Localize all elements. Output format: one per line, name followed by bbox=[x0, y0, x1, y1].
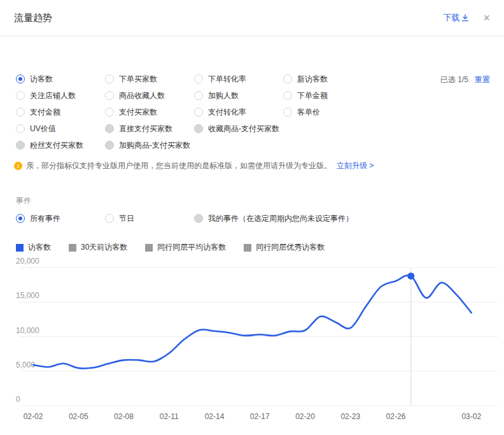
metric-option-支付金额[interactable]: 支付金额 bbox=[16, 107, 105, 118]
radio-label: 新访客数 bbox=[297, 74, 328, 85]
metric-option-UV价值[interactable]: UV价值 bbox=[16, 124, 105, 134]
radio-icon bbox=[194, 124, 203, 133]
radio-icon bbox=[105, 75, 114, 83]
metrics-radio-group: 访客数下单买家数下单转化率新访客数关注店铺人数商品收藏人数加购人数下单金额支付金… bbox=[16, 71, 328, 153]
metric-option-直接支付买家数: 直接支付买家数 bbox=[105, 124, 194, 134]
x-axis-tick-label: 02-23 bbox=[340, 412, 360, 421]
radio-icon bbox=[105, 124, 114, 133]
metric-option-粉丝支付买家数: 粉丝支付买家数 bbox=[16, 140, 105, 151]
legend-label: 访客数 bbox=[28, 242, 51, 253]
radio-icon bbox=[16, 141, 25, 150]
x-axis-tick-label: 03-02 bbox=[461, 412, 481, 421]
metrics-row: 支付金额支付买家数支付转化率客单价 bbox=[16, 104, 328, 120]
metric-option-加购人数[interactable]: 加购人数 bbox=[194, 90, 283, 101]
close-icon[interactable]: × bbox=[483, 12, 490, 24]
metric-option-下单转化率[interactable]: 下单转化率 bbox=[194, 74, 283, 85]
radio-label: 下单转化率 bbox=[208, 74, 246, 85]
radio-label: 加购人数 bbox=[208, 90, 239, 101]
radio-label: 支付买家数 bbox=[119, 107, 157, 118]
download-icon bbox=[461, 14, 469, 22]
chart-canvas: 05,00010,00015,00020,00002-0202-0502-080… bbox=[0, 255, 504, 435]
selected-count-text: 已选 1/5 bbox=[440, 75, 468, 85]
metrics-row: 粉丝支付买家数加购商品-支付买家数 bbox=[16, 137, 328, 153]
x-axis-tick-label: 02-26 bbox=[386, 412, 406, 421]
legend-item-访客数[interactable]: 访客数 bbox=[16, 242, 51, 253]
radio-icon bbox=[16, 214, 25, 223]
x-axis-tick-label: 02-08 bbox=[114, 412, 134, 421]
radio-label: 加购商品-支付买家数 bbox=[119, 140, 190, 151]
radio-icon bbox=[283, 75, 292, 83]
legend-label: 30天前访客数 bbox=[81, 242, 127, 253]
radio-icon bbox=[16, 91, 25, 100]
radio-label: 节日 bbox=[119, 213, 134, 224]
traffic-trend-modal: 流量趋势 下载 × 访客数下单买家数下单转化率新访客数关注店铺人数商品收藏人数加… bbox=[0, 0, 504, 435]
event-option-我的事件（在选定周期内您尚未设定事件）: 我的事件（在选定周期内您尚未设定事件） bbox=[194, 213, 353, 224]
legend-swatch-icon bbox=[244, 244, 251, 252]
metric-option-关注店铺人数[interactable]: 关注店铺人数 bbox=[16, 90, 105, 101]
metric-option-商品收藏人数[interactable]: 商品收藏人数 bbox=[105, 90, 194, 101]
legend-item-同行同层平均访客数[interactable]: 同行同层平均访客数 bbox=[145, 242, 226, 253]
download-button[interactable]: 下载 bbox=[443, 12, 469, 24]
radio-icon bbox=[194, 75, 203, 83]
metric-option-访客数[interactable]: 访客数 bbox=[16, 74, 105, 85]
radio-icon bbox=[105, 141, 114, 150]
x-axis-tick-label: 02-02 bbox=[24, 412, 43, 421]
legend-swatch-icon bbox=[145, 244, 153, 252]
legend-swatch-icon bbox=[69, 244, 76, 252]
x-axis-tick-label: 02-11 bbox=[160, 412, 179, 421]
metric-option-下单金额[interactable]: 下单金额 bbox=[283, 90, 328, 101]
radio-label: UV价值 bbox=[30, 124, 56, 134]
modal-header: 流量趋势 下载 × bbox=[0, 0, 504, 36]
radio-icon bbox=[194, 214, 203, 223]
metric-option-支付转化率[interactable]: 支付转化率 bbox=[194, 107, 283, 118]
radio-label: 支付金额 bbox=[30, 107, 60, 118]
radio-label: 我的事件（在选定周期内您尚未设定事件） bbox=[208, 213, 353, 224]
radio-label: 关注店铺人数 bbox=[30, 90, 76, 101]
visitors-line-series bbox=[33, 275, 472, 368]
event-option-所有事件[interactable]: 所有事件 bbox=[16, 213, 105, 224]
metric-option-支付买家数[interactable]: 支付买家数 bbox=[105, 107, 194, 118]
event-option-节日[interactable]: 节日 bbox=[105, 213, 194, 224]
radio-icon bbox=[194, 108, 203, 117]
notice-text: 亲，部分指标仅支持专业版用户使用，您当前使用的是标准版，如需使用请升级为专业版。 bbox=[26, 160, 332, 171]
radio-label: 直接支付买家数 bbox=[119, 124, 172, 134]
metrics-row: 访客数下单买家数下单转化率新访客数 bbox=[16, 71, 328, 87]
reset-button[interactable]: 重置 bbox=[475, 75, 490, 85]
metric-option-加购商品-支付买家数: 加购商品-支付买家数 bbox=[105, 140, 194, 151]
radio-label: 访客数 bbox=[30, 74, 53, 85]
radio-label: 支付转化率 bbox=[208, 107, 246, 118]
highlighted-data-point[interactable] bbox=[407, 273, 414, 280]
radio-icon bbox=[194, 91, 203, 100]
metrics-row: UV价值直接支付买家数收藏商品-支付买家数 bbox=[16, 120, 328, 137]
radio-label: 下单买家数 bbox=[119, 74, 157, 85]
y-axis-tick-label: 10,000 bbox=[16, 326, 39, 335]
metric-option-下单买家数[interactable]: 下单买家数 bbox=[105, 74, 194, 85]
upgrade-link[interactable]: 立刻升级 > bbox=[337, 160, 374, 171]
y-axis-tick-label: 20,000 bbox=[16, 257, 39, 266]
download-label: 下载 bbox=[443, 12, 459, 24]
chart-legend: 访客数30天前访客数同行同层平均访客数同行同层优秀访客数 bbox=[16, 242, 325, 253]
radio-label: 客单价 bbox=[297, 107, 320, 118]
events-radio-group: 所有事件节日我的事件（在选定周期内您尚未设定事件） bbox=[16, 210, 353, 227]
x-axis-tick-label: 02-20 bbox=[295, 412, 315, 421]
radio-icon bbox=[283, 108, 292, 117]
legend-label: 同行同层优秀访客数 bbox=[256, 242, 325, 253]
x-axis-tick-label: 02-05 bbox=[69, 412, 88, 421]
line-chart[interactable]: 05,00010,00015,00020,00002-0202-0502-080… bbox=[0, 255, 504, 435]
legend-item-同行同层优秀访客数[interactable]: 同行同层优秀访客数 bbox=[244, 242, 325, 253]
legend-item-30天前访客数[interactable]: 30天前访客数 bbox=[69, 242, 127, 253]
metric-option-新访客数[interactable]: 新访客数 bbox=[283, 74, 328, 85]
x-axis-tick-label: 02-17 bbox=[250, 412, 270, 421]
legend-swatch-icon bbox=[16, 244, 24, 252]
metric-option-收藏商品-支付买家数: 收藏商品-支付买家数 bbox=[194, 124, 283, 134]
radio-label: 收藏商品-支付买家数 bbox=[208, 124, 279, 134]
x-axis-tick-label: 02-14 bbox=[205, 412, 225, 421]
selection-summary: 已选 1/5 重置 bbox=[440, 75, 490, 85]
radio-icon bbox=[105, 108, 114, 117]
metric-option-客单价[interactable]: 客单价 bbox=[283, 107, 328, 118]
page-title: 流量趋势 bbox=[14, 12, 52, 24]
radio-icon bbox=[105, 91, 114, 100]
warning-icon: ! bbox=[14, 162, 22, 170]
events-section-label: 事件 bbox=[16, 196, 31, 206]
radio-icon bbox=[105, 214, 114, 223]
